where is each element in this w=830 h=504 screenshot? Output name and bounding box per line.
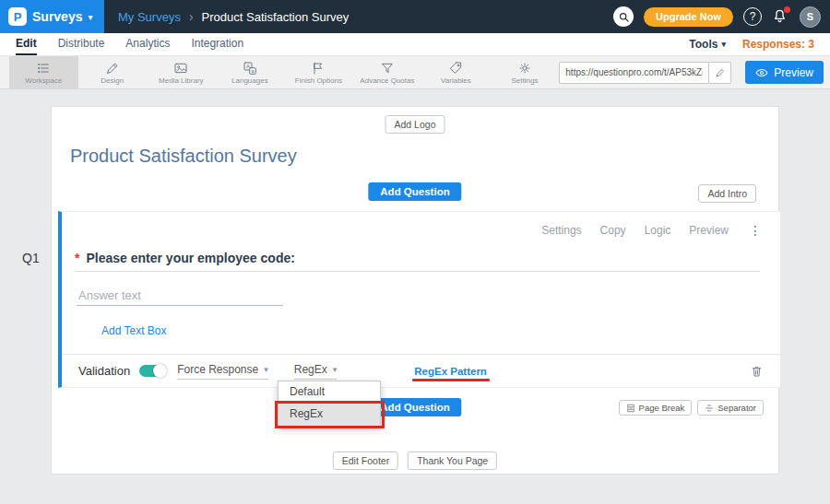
question-preview-link[interactable]: Preview: [689, 224, 729, 237]
dropdown-option-regex[interactable]: RegEx: [279, 402, 380, 426]
validation-type-value: RegEx: [294, 363, 327, 376]
survey-canvas: Q1 Add Logo Product Satisfaction Survey …: [0, 89, 830, 504]
notifications-bell-icon[interactable]: [772, 7, 789, 27]
separator-button[interactable]: Separator: [697, 400, 764, 416]
tools-label: Tools: [689, 38, 717, 51]
finish-options-icon: [311, 60, 326, 76]
add-question-button-bottom[interactable]: Add Question: [368, 398, 461, 416]
design-icon: [105, 60, 120, 76]
validation-dropdown-menu: Default RegEx: [278, 381, 381, 427]
breadcrumb-current-survey: Product Satisfaction Survey: [202, 10, 350, 24]
more-options-icon[interactable]: ⋮: [749, 223, 762, 238]
main-nav: Edit Distribute Analytics Integration To…: [0, 33, 830, 56]
edit-url-pencil-icon[interactable]: [709, 62, 731, 84]
tab-analytics[interactable]: Analytics: [125, 33, 170, 55]
toolbar-item-finish-options[interactable]: Finish Options: [284, 56, 353, 88]
toolbar-item-label: Finish Options: [295, 76, 342, 85]
user-avatar[interactable]: S: [800, 6, 821, 28]
preview-button[interactable]: Preview: [745, 61, 824, 84]
tools-menu[interactable]: Tools ▾: [689, 38, 726, 51]
toolbar-item-languages[interactable]: Aa Languages: [216, 56, 285, 88]
answer-text-input[interactable]: [77, 286, 283, 306]
separator-icon: [705, 404, 714, 413]
media-library-icon: [173, 60, 188, 76]
regex-pattern-link[interactable]: RegEx Pattern: [414, 366, 487, 377]
variables-icon: [448, 60, 463, 76]
page-break-button[interactable]: Page Break: [619, 400, 693, 416]
preview-label: Preview: [774, 66, 813, 79]
page-break-icon: [626, 404, 635, 413]
toolbar-item-label: Media Library: [159, 76, 203, 85]
responses-count[interactable]: Responses: 3: [742, 38, 814, 51]
svg-text:a: a: [251, 68, 254, 74]
question-text-row: * Please enter your employee code:: [75, 251, 295, 265]
validation-type-select[interactable]: RegEx ▾: [294, 363, 338, 380]
upgrade-now-button[interactable]: Upgrade Now: [644, 7, 733, 27]
survey-title: Product Satisfaction Survey: [70, 146, 297, 167]
page-break-label: Page Break: [639, 403, 685, 413]
required-asterisk: *: [75, 251, 79, 265]
search-icon[interactable]: [613, 6, 634, 27]
chevron-down-icon: ▾: [333, 365, 338, 374]
question-settings-link[interactable]: Settings: [541, 224, 581, 237]
toolbar-item-label: Languages: [231, 76, 268, 85]
add-logo-button[interactable]: Add Logo: [385, 115, 445, 134]
force-response-select[interactable]: Force Response ▾: [177, 363, 268, 380]
toolbar-item-workspace[interactable]: Workspace: [9, 56, 78, 88]
toolbar-item-label: Settings: [512, 76, 539, 85]
questionpro-logo-icon: P: [8, 7, 27, 26]
question-text[interactable]: Please enter your employee code:: [86, 251, 294, 265]
toolbar-right: Preview: [559, 56, 830, 88]
toolbar-item-settings[interactable]: Settings: [491, 56, 560, 88]
builder-toolbar: Workspace Design Media Library Aa Langua…: [0, 56, 830, 89]
product-menu-label: Surveys: [32, 9, 82, 24]
toolbar-item-label: Advance Quotas: [360, 76, 414, 85]
surveys-product-menu[interactable]: P Surveys ▾: [0, 0, 104, 33]
chevron-down-icon: ▾: [721, 40, 726, 49]
annotation-underline: [412, 379, 490, 381]
toolbar-item-media-library[interactable]: Media Library: [147, 56, 216, 88]
toolbar-item-label: Design: [101, 76, 124, 85]
tab-distribute[interactable]: Distribute: [58, 33, 105, 55]
chevron-down-icon: ▾: [264, 365, 268, 374]
toolbar-item-variables[interactable]: Variables: [421, 56, 491, 88]
footer-buttons: Edit Footer Thank You Page: [333, 451, 497, 470]
dropdown-option-default[interactable]: Default: [279, 381, 380, 402]
separator-label: Separator: [717, 403, 756, 413]
chevron-down-icon: ▾: [88, 12, 92, 22]
help-icon[interactable]: ?: [743, 7, 762, 26]
add-question-button-top[interactable]: Add Question: [368, 182, 461, 201]
tab-edit[interactable]: Edit: [16, 33, 37, 55]
question-logic-link[interactable]: Logic: [645, 224, 671, 237]
thank-you-page-button[interactable]: Thank You Page: [408, 451, 497, 470]
validation-row: Validation Force Response ▾ RegEx ▾ RegE…: [62, 355, 780, 387]
add-text-box-link[interactable]: Add Text Box: [101, 324, 167, 337]
edit-footer-button[interactable]: Edit Footer: [333, 451, 398, 470]
survey-url-input[interactable]: [559, 62, 709, 84]
survey-card: Add Logo Product Satisfaction Survey Add…: [51, 106, 779, 475]
notification-badge: [784, 6, 790, 13]
validation-toggle[interactable]: [139, 365, 166, 377]
force-response-value: Force Response: [177, 363, 258, 376]
breadcrumb: My Surveys › Product Satisfaction Survey: [118, 9, 349, 24]
languages-icon: Aa: [243, 60, 257, 76]
add-intro-button[interactable]: Add Intro: [698, 184, 756, 203]
tab-integration[interactable]: Integration: [191, 33, 243, 55]
question-copy-link[interactable]: Copy: [600, 224, 626, 237]
break-buttons: Page Break Separator: [619, 400, 764, 416]
regex-pattern-label: RegEx Pattern: [414, 366, 487, 377]
toolbar-item-label: Workspace: [25, 76, 62, 85]
workspace-icon: [36, 60, 51, 76]
toolbar-item-design[interactable]: Design: [78, 56, 148, 88]
nav-right: Tools ▾ Responses: 3: [689, 33, 814, 55]
topbar: P Surveys ▾ My Surveys › Product Satisfa…: [0, 0, 830, 33]
toolbar-item-label: Variables: [441, 76, 471, 85]
toolbar-item-advance-quotas[interactable]: Advance Quotas: [353, 56, 422, 88]
question-actions: Settings Copy Logic Preview ⋮: [541, 223, 762, 238]
breadcrumb-separator-icon: ›: [189, 9, 194, 24]
question-number: Q1: [22, 251, 40, 265]
settings-gear-icon: [517, 60, 532, 76]
topbar-actions: Upgrade Now ? S: [613, 6, 830, 28]
breadcrumb-my-surveys[interactable]: My Surveys: [118, 10, 181, 24]
delete-question-trash-icon[interactable]: [750, 364, 764, 379]
